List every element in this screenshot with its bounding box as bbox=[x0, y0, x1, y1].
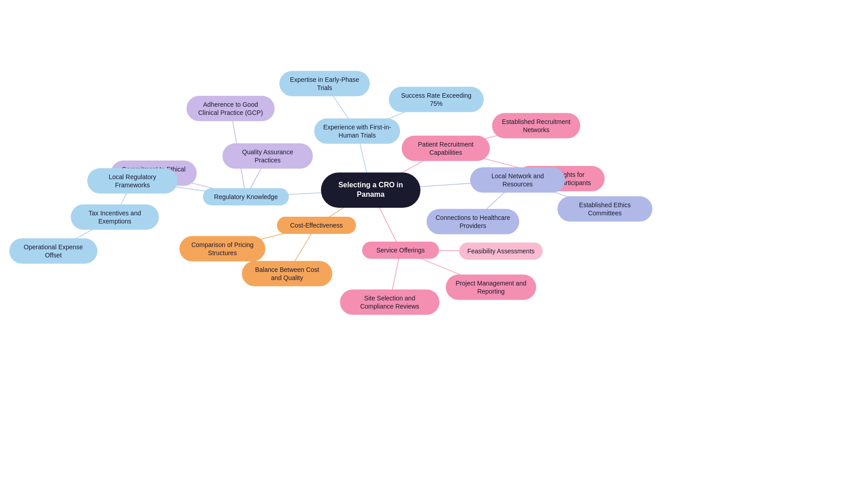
adherence-gcp-node: Adherence to Good Clinical Practice (GCP… bbox=[187, 96, 275, 121]
regulatory-knowledge-node: Regulatory Knowledge bbox=[203, 188, 289, 205]
center-node: Selecting a CRO in Panama bbox=[321, 172, 420, 208]
mindmap-canvas: Selecting a CRO in PanamaExpertise in Ea… bbox=[0, 0, 868, 490]
comparison-pricing-node: Comparison of Pricing Structures bbox=[179, 236, 265, 262]
operational-expense-node: Operational Expense Offset bbox=[9, 238, 98, 264]
established-recruitment-node: Established Recruitment Networks bbox=[492, 113, 580, 138]
local-regulatory-node: Local Regulatory Frameworks bbox=[87, 168, 178, 194]
success-rate-node: Success Rate Exceeding 75% bbox=[389, 87, 484, 112]
experience-first-human-node: Experience with First-in-Human Trials bbox=[314, 119, 400, 144]
quality-assurance-node: Quality Assurance Practices bbox=[222, 143, 313, 169]
expertise-early-phase-node: Expertise in Early-Phase Trials bbox=[279, 71, 370, 96]
service-offerings-node: Service Offerings bbox=[362, 242, 439, 259]
feasibility-assessments-node: Feasibility Assessments bbox=[459, 243, 543, 260]
project-management-node: Project Management and Reporting bbox=[446, 275, 536, 300]
tax-incentives-node: Tax Incentives and Exemptions bbox=[71, 205, 159, 230]
local-network-node: Local Network and Resources bbox=[470, 167, 565, 193]
connections-healthcare-node: Connections to Healthcare Providers bbox=[427, 209, 519, 234]
balance-cost-quality-node: Balance Between Cost and Quality bbox=[242, 261, 332, 286]
cost-effectiveness-node: Cost-Effectiveness bbox=[277, 217, 356, 234]
established-ethics-node: Established Ethics Committees bbox=[557, 196, 652, 222]
patient-recruitment-node: Patient Recruitment Capabilities bbox=[402, 136, 490, 161]
site-selection-node: Site Selection and Compliance Reviews bbox=[340, 290, 439, 315]
